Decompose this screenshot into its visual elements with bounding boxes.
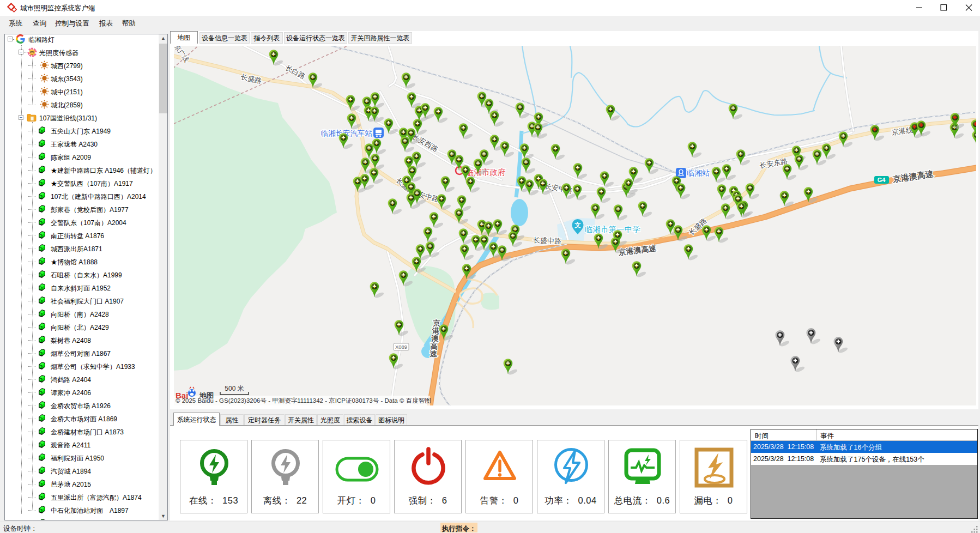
svg-text:G4: G4: [878, 177, 886, 183]
svg-text:500 米: 500 米: [225, 385, 244, 392]
svg-text:© 2025 Baidu - GS(2023)3206号 -: © 2025 Baidu - GS(2023)3206号 - 甲测资字11111…: [176, 397, 431, 404]
svg-text:速: 速: [429, 349, 438, 358]
svg-text:长盛中路: 长盛中路: [533, 236, 561, 245]
svg-text:文: 文: [574, 222, 581, 228]
svg-text:临湘站: 临湘站: [687, 168, 710, 177]
svg-text:Bai: Bai: [176, 391, 188, 400]
svg-text:临湘市第一中学: 临湘市第一中学: [585, 225, 640, 234]
svg-text:地图: 地图: [199, 391, 214, 399]
svg-text:X089: X089: [395, 344, 407, 350]
